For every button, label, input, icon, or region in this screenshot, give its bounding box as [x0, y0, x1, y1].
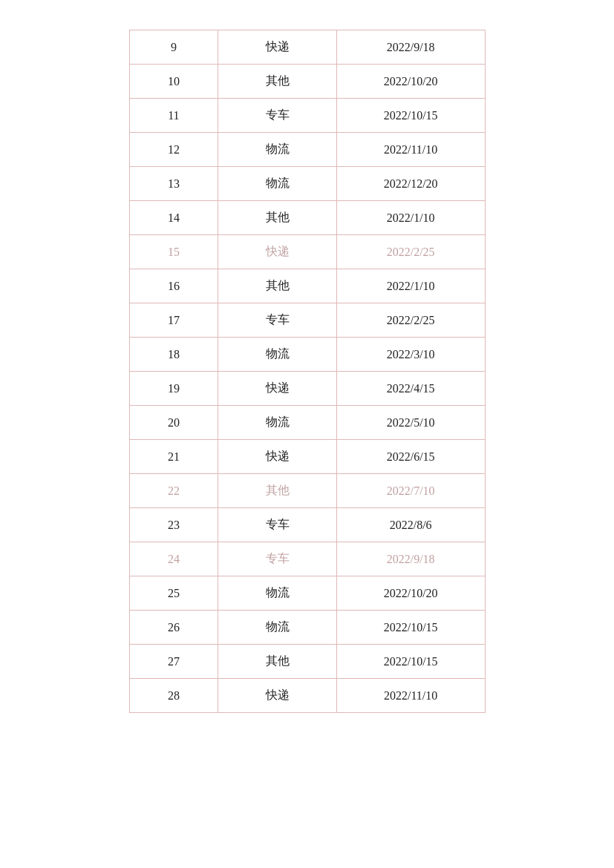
row-date: 2022/11/10	[336, 679, 485, 713]
table-row: 24专车2022/9/18	[129, 542, 485, 576]
row-date: 2022/2/25	[336, 235, 485, 269]
table-row: 28快递2022/11/10	[129, 679, 485, 713]
table-container: 9快递2022/9/1810其他2022/10/2011专车2022/10/15…	[129, 30, 486, 713]
row-id: 11	[129, 99, 218, 133]
row-id: 15	[129, 235, 218, 269]
row-date: 2022/6/15	[336, 440, 485, 474]
row-type: 专车	[218, 303, 337, 338]
row-type: 物流	[218, 133, 337, 167]
table-row: 10其他2022/10/20	[129, 65, 485, 99]
row-type: 快递	[218, 30, 337, 65]
row-id: 18	[129, 338, 218, 372]
row-type: 快递	[218, 440, 337, 474]
row-id: 23	[129, 508, 218, 542]
table-row: 16其他2022/1/10	[129, 269, 485, 303]
table-row: 23专车2022/8/6	[129, 508, 485, 542]
row-id: 28	[129, 679, 218, 713]
row-id: 9	[129, 30, 218, 65]
row-type: 其他	[218, 269, 337, 303]
row-type: 快递	[218, 235, 337, 269]
row-date: 2022/9/18	[336, 542, 485, 576]
row-type: 物流	[218, 406, 337, 440]
table-row: 11专车2022/10/15	[129, 99, 485, 133]
row-type: 专车	[218, 542, 337, 576]
row-date: 2022/10/15	[336, 99, 485, 133]
row-date: 2022/10/15	[336, 645, 485, 679]
row-type: 其他	[218, 645, 337, 679]
table-row: 22其他2022/7/10	[129, 474, 485, 508]
row-type: 物流	[218, 338, 337, 372]
row-id: 19	[129, 372, 218, 406]
row-id: 13	[129, 167, 218, 201]
row-date: 2022/4/15	[336, 372, 485, 406]
row-date: 2022/3/10	[336, 338, 485, 372]
row-date: 2022/1/10	[336, 201, 485, 235]
table-row: 21快递2022/6/15	[129, 440, 485, 474]
row-id: 20	[129, 406, 218, 440]
row-date: 2022/8/6	[336, 508, 485, 542]
row-id: 21	[129, 440, 218, 474]
row-type: 其他	[218, 201, 337, 235]
row-id: 27	[129, 645, 218, 679]
row-date: 2022/1/10	[336, 269, 485, 303]
row-type: 专车	[218, 99, 337, 133]
row-date: 2022/10/20	[336, 576, 485, 611]
table-row: 14其他2022/1/10	[129, 201, 485, 235]
row-type: 快递	[218, 679, 337, 713]
row-type: 物流	[218, 611, 337, 645]
row-id: 24	[129, 542, 218, 576]
data-table: 9快递2022/9/1810其他2022/10/2011专车2022/10/15…	[129, 30, 486, 713]
row-type: 其他	[218, 474, 337, 508]
row-date: 2022/12/20	[336, 167, 485, 201]
table-row: 27其他2022/10/15	[129, 645, 485, 679]
row-id: 12	[129, 133, 218, 167]
table-row: 26物流2022/10/15	[129, 611, 485, 645]
row-date: 2022/9/18	[336, 30, 485, 65]
table-row: 17专车2022/2/25	[129, 303, 485, 338]
table-row: 18物流2022/3/10	[129, 338, 485, 372]
row-id: 17	[129, 303, 218, 338]
row-date: 2022/7/10	[336, 474, 485, 508]
row-type: 其他	[218, 65, 337, 99]
row-type: 专车	[218, 508, 337, 542]
row-type: 快递	[218, 372, 337, 406]
table-row: 25物流2022/10/20	[129, 576, 485, 611]
row-date: 2022/10/15	[336, 611, 485, 645]
row-id: 26	[129, 611, 218, 645]
row-date: 2022/10/20	[336, 65, 485, 99]
row-date: 2022/11/10	[336, 133, 485, 167]
row-id: 25	[129, 576, 218, 611]
table-row: 19快递2022/4/15	[129, 372, 485, 406]
table-row: 20物流2022/5/10	[129, 406, 485, 440]
row-id: 16	[129, 269, 218, 303]
row-id: 22	[129, 474, 218, 508]
row-date: 2022/5/10	[336, 406, 485, 440]
table-row: 13物流2022/12/20	[129, 167, 485, 201]
row-date: 2022/2/25	[336, 303, 485, 338]
table-row: 12物流2022/11/10	[129, 133, 485, 167]
table-row: 9快递2022/9/18	[129, 30, 485, 65]
row-type: 物流	[218, 167, 337, 201]
table-row: 15快递2022/2/25	[129, 235, 485, 269]
row-id: 14	[129, 201, 218, 235]
row-id: 10	[129, 65, 218, 99]
row-type: 物流	[218, 576, 337, 611]
